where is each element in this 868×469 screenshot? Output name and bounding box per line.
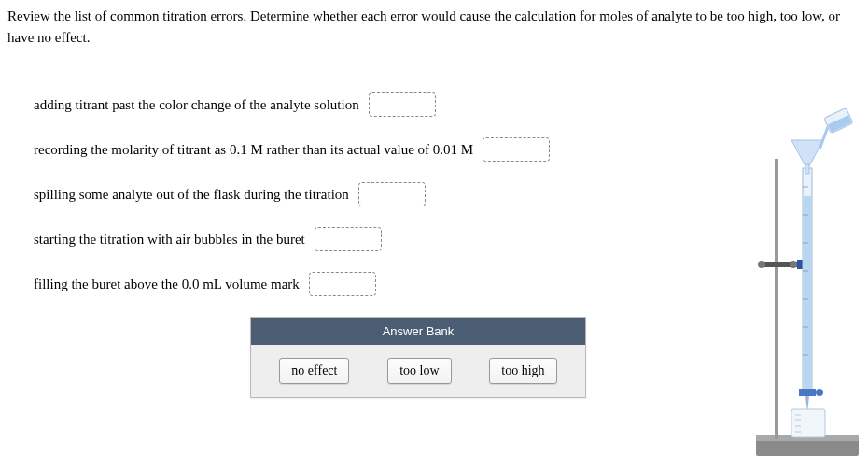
svg-point-5 [790,261,797,268]
question-row: adding titrant past the color change of … [34,92,861,117]
question-text: spilling some analyte out of the flask d… [34,187,349,203]
question-row: recording the molarity of titrant as 0.1… [34,137,861,162]
svg-rect-16 [799,389,816,396]
buret-icon [799,168,823,413]
answer-bank-body: no effect too low too high [251,345,585,397]
funnel-icon [791,140,823,174]
questions-column: adding titrant past the color change of … [7,92,861,398]
svg-point-4 [758,261,765,268]
answer-bank: Answer Bank no effect too low too high [250,317,586,398]
svg-point-17 [816,389,823,396]
question-row: filling the buret above the 0.0 mL volum… [34,272,861,296]
svg-rect-20 [805,164,809,174]
svg-rect-23 [791,409,825,437]
clamp-icon [758,260,806,269]
svg-rect-8 [804,196,811,391]
titration-apparatus-image [747,84,859,458]
answer-option-no-effect[interactable]: no effect [279,358,349,384]
drop-slot-3[interactable] [358,182,426,206]
beaker-icon [791,409,825,437]
svg-rect-0 [756,439,859,456]
question-text: recording the molarity of titrant as 0.1… [34,142,473,158]
answer-option-too-high[interactable]: too high [489,358,556,384]
drop-slot-2[interactable] [483,137,550,162]
question-text: starting the titration with air bubbles … [34,232,305,248]
question-row: spilling some analyte out of the flask d… [34,182,861,206]
instructions-text: Review the list of common titration erro… [7,6,857,48]
question-text: adding titrant past the color change of … [34,97,359,113]
drop-slot-5[interactable] [309,272,376,296]
drop-slot-4[interactable] [315,227,382,251]
svg-rect-2 [775,159,778,439]
question-text: filling the buret above the 0.0 mL volum… [34,277,300,292]
question-row: starting the titration with air bubbles … [34,227,861,251]
drop-slot-1[interactable] [369,92,436,117]
svg-marker-19 [791,140,823,166]
answer-option-too-low[interactable]: too low [387,358,451,384]
content-area: adding titrant past the color change of … [7,92,861,398]
answer-bank-title: Answer Bank [251,318,585,345]
